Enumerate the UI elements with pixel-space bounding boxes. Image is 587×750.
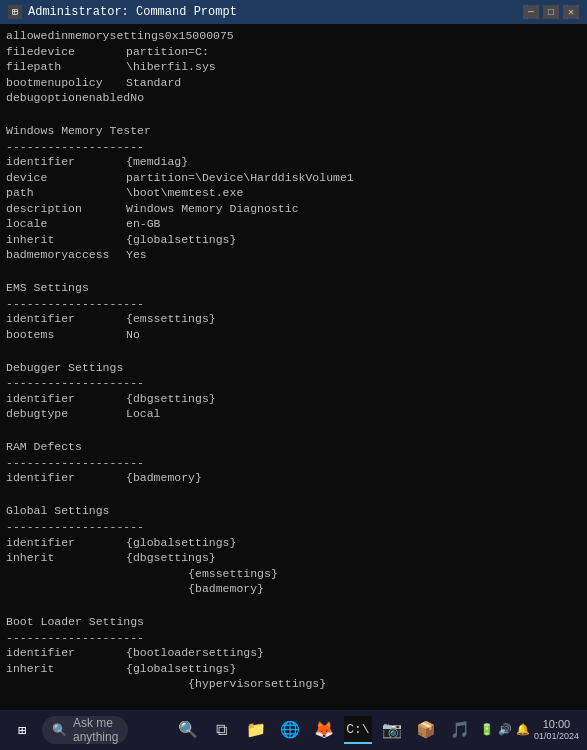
- terminal-line: [6, 597, 581, 613]
- terminal-line: Global Settings: [6, 501, 581, 519]
- cmd-icon: ⊞: [8, 5, 22, 19]
- taskbar-icons[interactable]: 🔍 ⧉ 📁 🌐 🦊 C:\ 📷 📦 🎵: [174, 716, 474, 744]
- line-value: No: [130, 90, 144, 106]
- line-key: bootmenupolicy: [6, 75, 126, 91]
- tray-time-value: 10:00: [534, 718, 579, 731]
- taskbar-firefox[interactable]: 🦊: [310, 716, 338, 744]
- line-key: identifier: [6, 154, 126, 170]
- line-key: inherit: [6, 550, 126, 566]
- line-key: description: [6, 201, 126, 217]
- line-key: inherit: [6, 661, 126, 677]
- line-value: {bootloadersettings}: [126, 645, 264, 661]
- tray-icon-network: 🔋: [480, 723, 494, 736]
- line-key: filepath: [6, 59, 126, 75]
- line-value: {memdiag}: [126, 154, 188, 170]
- window-title: Administrator: Command Prompt: [28, 5, 237, 19]
- terminal-line: --------------------: [6, 519, 581, 535]
- terminal-line: RAM Defects: [6, 437, 581, 455]
- terminal-line: bootmenupolicyStandard: [6, 75, 581, 91]
- terminal-line: descriptionWindows Memory Diagnostic: [6, 201, 581, 217]
- taskbar-appicon3[interactable]: 🎵: [446, 716, 474, 744]
- terminal-line: --------------------: [6, 630, 581, 646]
- divider: --------------------: [6, 139, 144, 155]
- maximize-button[interactable]: □: [543, 5, 559, 19]
- divider: --------------------: [6, 455, 144, 471]
- line-key: [6, 676, 126, 692]
- terminal-line: allowedinmemorysettings0x15000075: [6, 28, 581, 44]
- section-header: EMS Settings: [6, 280, 89, 296]
- terminal-content: allowedinmemorysettings0x15000075filedev…: [0, 24, 587, 710]
- terminal-line: [6, 422, 581, 438]
- tray-date-value: 01/01/2024: [534, 731, 579, 742]
- terminal-line: identifier{globalsettings}: [6, 535, 581, 551]
- divider: --------------------: [6, 375, 144, 391]
- terminal-line: identifier{bootloadersettings}: [6, 645, 581, 661]
- tray-icon-notify: 🔔: [516, 723, 530, 736]
- window-controls[interactable]: ─ □ ✕: [523, 5, 579, 19]
- terminal-line: localeen-GB: [6, 216, 581, 232]
- terminal-line: --------------------: [6, 455, 581, 471]
- section-header: Global Settings: [6, 503, 110, 519]
- terminal-line: --------------------: [6, 296, 581, 312]
- terminal-line: filedevicepartition=C:: [6, 44, 581, 60]
- title-bar-left: ⊞ Administrator: Command Prompt: [8, 5, 237, 19]
- line-key: path: [6, 185, 126, 201]
- system-tray[interactable]: 🔋 🔊 🔔 10:00 01/01/2024: [476, 718, 583, 742]
- line-key: identifier: [6, 311, 126, 327]
- taskbar-view[interactable]: ⧉: [208, 716, 236, 744]
- terminal-line: bootemsNo: [6, 327, 581, 343]
- line-key: debugoptionenabled: [6, 90, 130, 106]
- taskbar-edge[interactable]: 🌐: [276, 716, 304, 744]
- search-bar[interactable]: 🔍 Ask me anything: [42, 716, 128, 744]
- line-value: {globalsettings}: [126, 535, 236, 551]
- taskbar-cortana[interactable]: 🔍: [174, 716, 202, 744]
- terminal-line: filepath\hiberfil.sys: [6, 59, 581, 75]
- terminal-line: [6, 342, 581, 358]
- taskbar-explorer[interactable]: 📁: [242, 716, 270, 744]
- line-key: identifier: [6, 470, 126, 486]
- close-button[interactable]: ✕: [563, 5, 579, 19]
- divider: --------------------: [6, 630, 144, 646]
- start-button[interactable]: ⊞: [4, 712, 40, 748]
- line-value: {hypervisorsettings}: [126, 676, 326, 692]
- terminal-line: devicepartition=\Device\HarddiskVolume1: [6, 170, 581, 186]
- terminal-line: [6, 692, 581, 708]
- line-value: {globalsettings}: [126, 661, 236, 677]
- line-value: Windows Memory Diagnostic: [126, 201, 299, 217]
- line-value: \boot\memtest.exe: [126, 185, 243, 201]
- line-value: {badmemory}: [126, 581, 264, 597]
- line-value: {globalsettings}: [126, 232, 236, 248]
- line-key: identifier: [6, 391, 126, 407]
- line-key: locale: [6, 216, 126, 232]
- search-placeholder: Ask me anything: [73, 716, 118, 744]
- divider: --------------------: [6, 296, 144, 312]
- line-value: {dbgsettings}: [126, 550, 216, 566]
- minimize-button[interactable]: ─: [523, 5, 539, 19]
- line-key: inherit: [6, 232, 126, 248]
- search-icon: 🔍: [52, 723, 67, 737]
- terminal-line: identifier{dbgsettings}: [6, 391, 581, 407]
- terminal-line: Windows Memory Tester: [6, 121, 581, 139]
- terminal-line: {emssettings}: [6, 566, 581, 582]
- terminal-line: EMS Settings: [6, 278, 581, 296]
- terminal-line: badmemoryaccessYes: [6, 247, 581, 263]
- line-value: {dbgsettings}: [126, 391, 216, 407]
- line-key: debugtype: [6, 406, 126, 422]
- tray-clock[interactable]: 10:00 01/01/2024: [534, 718, 579, 742]
- taskbar[interactable]: ⊞ 🔍 Ask me anything 🔍 ⧉ 📁 🌐 🦊 C:\ 📷 📦 🎵 …: [0, 710, 587, 750]
- tray-icon-volume: 🔊: [498, 723, 512, 736]
- terminal-line: Debugger Settings: [6, 358, 581, 376]
- terminal-line: {badmemory}: [6, 581, 581, 597]
- terminal-line: identifier{emssettings}: [6, 311, 581, 327]
- taskbar-cmd[interactable]: C:\: [344, 716, 372, 744]
- line-key: bootems: [6, 327, 126, 343]
- terminal-line: path\boot\memtest.exe: [6, 185, 581, 201]
- section-header: Windows Memory Tester: [6, 123, 151, 139]
- terminal-line: --------------------: [6, 139, 581, 155]
- line-value: Standard: [126, 75, 181, 91]
- line-key: identifier: [6, 645, 126, 661]
- terminal-line: debugoptionenabledNo: [6, 90, 581, 106]
- taskbar-appicon2[interactable]: 📦: [412, 716, 440, 744]
- line-value: 0x15000075: [165, 28, 234, 44]
- taskbar-appicon1[interactable]: 📷: [378, 716, 406, 744]
